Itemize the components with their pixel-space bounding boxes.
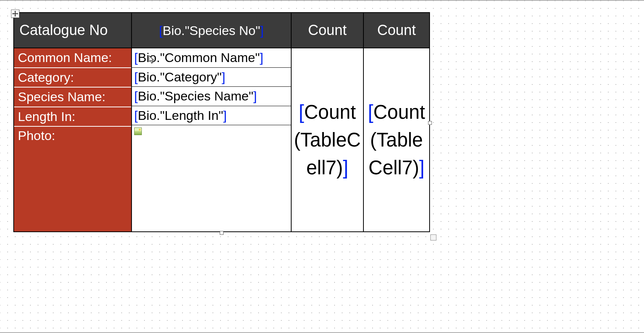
count-cell-1[interactable]: [Count(TableCell7)]	[291, 48, 363, 232]
table-move-handle[interactable]	[11, 10, 19, 18]
label-photo: Photo:	[14, 127, 131, 144]
header-species-no-field: Bio."Species No"	[163, 23, 260, 38]
design-surface[interactable]: Catalogue No [Bio."Species No"] Count Co…	[0, 1, 644, 333]
header-count-1[interactable]: Count	[291, 13, 363, 48]
header-catalogue-no[interactable]: Catalogue No	[14, 13, 132, 48]
count-cell-2-text: Count(TableCell7)	[368, 101, 425, 179]
bracket-close: ]	[260, 23, 263, 38]
label-category[interactable]: Category:	[14, 68, 131, 88]
bracket-open: [	[159, 23, 162, 38]
count-cell-1-text: Count(TableCell7)	[294, 101, 361, 179]
header-count-2[interactable]: Count	[363, 13, 430, 48]
header-catalogue-no-label: Catalogue No	[19, 22, 108, 38]
labels-column[interactable]: Common Name: Category: Species Name: Len…	[14, 48, 132, 232]
designer-canvas-wrapper: Catalogue No [Bio."Species No"] Count Co…	[0, 0, 644, 333]
picturebox-icon[interactable]	[134, 127, 142, 135]
data-column[interactable]: [Bio."Common Name"] [Bio."Category"] [Bi…	[132, 48, 291, 232]
field-length-in[interactable]: [Bio."Length In"]	[132, 106, 291, 126]
label-length-in[interactable]: Length In:	[14, 107, 131, 127]
field-category[interactable]: [Bio."Category"]	[132, 68, 291, 87]
table-resize-grip[interactable]	[430, 234, 436, 241]
field-common-name[interactable]: [Bio."Common Name"]	[132, 48, 291, 68]
label-common-name[interactable]: Common Name:	[14, 48, 131, 68]
label-species-name[interactable]: Species Name:	[14, 88, 131, 107]
table-body-row: Common Name: Category: Species Name: Len…	[14, 48, 430, 232]
count-cell-2[interactable]: [Count(TableCell7)]	[363, 48, 430, 232]
selection-handle-bottom[interactable]	[220, 231, 224, 235]
field-length-in-text: Bio."Length In"	[138, 108, 223, 123]
table-header-row: Catalogue No [Bio."Species No"] Count Co…	[14, 13, 430, 48]
header-species-no[interactable]: [Bio."Species No"]	[132, 13, 291, 48]
field-photo-wrap[interactable]	[132, 125, 291, 230]
label-photo-wrap[interactable]: Photo:	[14, 127, 131, 231]
field-common-name-text: Bio."Common Name"	[138, 50, 260, 65]
report-table[interactable]: Catalogue No [Bio."Species No"] Count Co…	[13, 12, 430, 232]
header-count-1-label: Count	[308, 22, 346, 38]
move-icon	[12, 11, 18, 17]
field-species-name-text: Bio."Species Name"	[138, 89, 253, 103]
header-count-2-label: Count	[377, 22, 416, 38]
field-species-name[interactable]: [Bio."Species Name"]	[132, 87, 291, 106]
selection-handle-right[interactable]	[428, 121, 432, 125]
field-category-text: Bio."Category"	[138, 70, 222, 84]
